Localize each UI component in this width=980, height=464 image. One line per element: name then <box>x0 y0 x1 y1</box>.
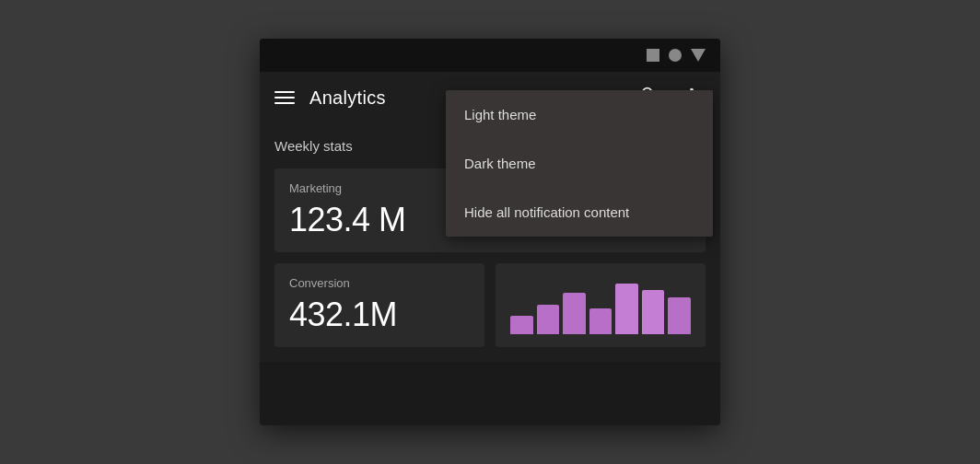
chart-bar-3 <box>589 308 612 334</box>
chart-bar-2 <box>563 293 586 334</box>
chart-card <box>496 263 706 347</box>
dropdown-menu: Light themeDark themeHide all notificati… <box>446 90 713 237</box>
conversion-label: Conversion <box>289 276 470 290</box>
chart-bar-4 <box>615 284 638 334</box>
chart-bar-5 <box>642 290 665 334</box>
signal-icon <box>669 49 682 62</box>
chart-bar-0 <box>510 316 533 334</box>
hamburger-menu-icon[interactable] <box>274 91 295 104</box>
conversion-value: 432.1M <box>289 296 470 334</box>
dropdown-item-0[interactable]: Light theme <box>446 90 713 139</box>
bottom-row: Conversion 432.1M <box>274 263 706 347</box>
chart-bar-1 <box>537 305 560 334</box>
conversion-card: Conversion 432.1M <box>274 263 484 347</box>
dropdown-item-1[interactable]: Dark theme <box>446 139 713 188</box>
wifi-icon <box>691 49 706 62</box>
dropdown-item-2[interactable]: Hide all notification content <box>446 188 713 237</box>
battery-icon <box>647 49 659 62</box>
phone-window: Analytics Weekly stats Marketing 123.4 M… <box>260 39 720 425</box>
chart-bar-6 <box>668 297 691 334</box>
status-bar <box>260 39 720 72</box>
